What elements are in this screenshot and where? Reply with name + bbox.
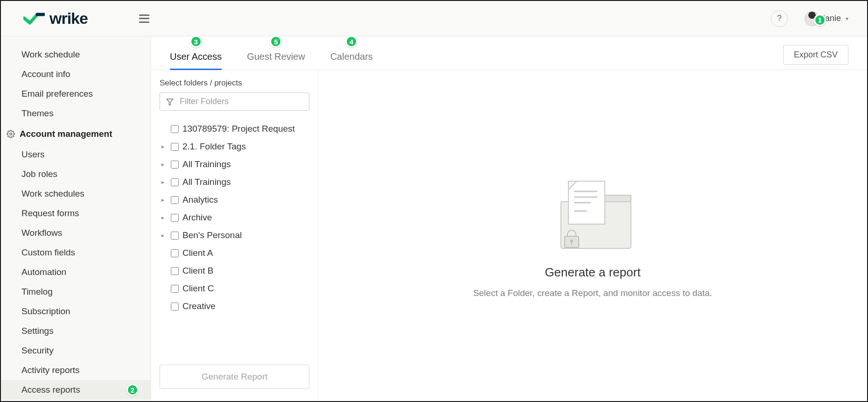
brand-name: wrike — [49, 9, 88, 28]
help-button[interactable]: ? — [771, 10, 788, 27]
tab[interactable]: 3User Access — [170, 46, 222, 70]
folder-label[interactable]: Client C — [182, 283, 214, 294]
tab[interactable]: 5Guest Review — [247, 46, 305, 70]
tabs-row: 3User Access5Guest Review4Calendars Expo… — [151, 36, 867, 70]
topbar: wrike ? 1 lanie ▾ — [1, 1, 867, 36]
sidebar-item-label: Settings — [21, 326, 54, 336]
folder-tree-row[interactable]: ▸All Trainings — [155, 173, 317, 191]
sidebar-item[interactable]: Access roles — [1, 400, 151, 401]
sidebar: Work scheduleAccount infoEmail preferenc… — [1, 36, 151, 401]
folder-checkbox[interactable] — [171, 196, 179, 204]
sidebar-item[interactable]: Subscription — [1, 302, 151, 321]
folder-tree-row[interactable]: ▸Client B — [155, 262, 317, 280]
folder-label[interactable]: 130789579: Project Request — [182, 124, 295, 134]
sidebar-item-label: Email preferences — [21, 89, 93, 99]
folder-label[interactable]: Creative — [182, 301, 216, 311]
sidebar-item[interactable]: Access reports2 — [1, 380, 151, 400]
brand-logo[interactable]: wrike — [23, 9, 88, 28]
sidebar-section-label: Account management — [20, 129, 112, 139]
folder-checkbox[interactable] — [171, 267, 179, 275]
sidebar-item[interactable]: Automation — [1, 262, 151, 282]
folder-tree-row[interactable]: ▸Ben's Personal — [155, 226, 317, 244]
empty-title: Generate a report — [545, 265, 640, 280]
folder-checkbox[interactable] — [171, 161, 179, 169]
sidebar-item[interactable]: Settings — [1, 321, 151, 341]
sidebar-item[interactable]: Account info — [1, 64, 151, 84]
sidebar-item-label: Users — [21, 149, 45, 160]
sidebar-item-label: Subscription — [21, 306, 70, 317]
filter-folders-input[interactable] — [180, 97, 303, 106]
folder-panel-heading: Select folders / projects — [151, 78, 318, 92]
folder-tree-row[interactable]: ▸Client A — [155, 244, 317, 262]
sidebar-item-label: Request forms — [21, 208, 79, 219]
folder-label[interactable]: Client B — [182, 266, 214, 276]
sidebar-item[interactable]: Activity reports — [1, 360, 151, 380]
sidebar-item[interactable]: Security — [1, 341, 151, 360]
folder-checkbox[interactable] — [171, 178, 179, 186]
hamburger-menu-icon[interactable] — [139, 14, 149, 23]
chevron-down-icon: ▾ — [846, 15, 848, 22]
sidebar-item[interactable]: Themes — [1, 104, 151, 123]
folder-label[interactable]: Archive — [182, 212, 212, 223]
sidebar-item[interactable]: Request forms — [1, 204, 151, 223]
export-csv-label: Export CSV — [794, 50, 838, 59]
folder-tree-row[interactable]: ▸Archive — [155, 209, 317, 226]
folder-label[interactable]: Client A — [182, 248, 213, 258]
folder-label[interactable]: Ben's Personal — [182, 230, 242, 240]
gear-icon — [7, 130, 15, 138]
expand-icon[interactable]: ▸ — [161, 143, 167, 150]
expand-icon[interactable]: ▸ — [161, 197, 167, 203]
export-csv-button[interactable]: Export CSV — [783, 45, 848, 65]
tab-badge: 3 — [190, 35, 202, 48]
user-menu[interactable]: 1 lanie ▾ — [805, 11, 848, 26]
folder-label[interactable]: 2.1. Folder Tags — [182, 141, 246, 152]
empty-state: Generate a report Select a Folder, creat… — [318, 70, 867, 401]
folder-tree-row[interactable]: ▸130789579: Project Request — [155, 120, 317, 138]
folder-checkbox[interactable] — [171, 303, 179, 310]
svg-point-0 — [10, 133, 12, 135]
expand-icon[interactable]: ▸ — [161, 161, 167, 168]
tab-label: User Access — [170, 51, 222, 62]
sidebar-item[interactable]: Work schedule — [1, 45, 151, 64]
wrike-logo-icon — [23, 13, 45, 25]
sidebar-item[interactable]: Users — [1, 145, 151, 164]
folder-tree-row[interactable]: ▸Analytics — [155, 191, 317, 209]
generate-report-button[interactable]: Generate Report — [160, 365, 309, 389]
tab-badge: 5 — [270, 35, 282, 48]
folder-tree[interactable]: ▸130789579: Project Request▸2.1. Folder … — [151, 120, 318, 356]
folder-label[interactable]: All Trainings — [182, 177, 231, 187]
sidebar-item[interactable]: Job roles — [1, 164, 151, 184]
sidebar-item-label: Activity reports — [21, 365, 80, 375]
folder-tree-row[interactable]: ▸Client C — [155, 280, 317, 297]
folder-label[interactable]: All Trainings — [182, 159, 231, 169]
sidebar-item[interactable]: Email preferences — [1, 84, 151, 104]
filter-box[interactable] — [160, 92, 309, 111]
sidebar-section-account-management: Account management — [1, 123, 151, 145]
tab-label: Calendars — [330, 51, 373, 62]
sidebar-item-label: Work schedules — [21, 189, 84, 199]
folder-checkbox[interactable] — [171, 285, 179, 293]
folder-tree-row[interactable]: ▸Creative — [155, 297, 317, 315]
help-icon: ? — [777, 14, 782, 23]
sidebar-item[interactable]: Timelog — [1, 282, 151, 302]
folder-label[interactable]: Analytics — [182, 195, 218, 205]
expand-icon[interactable]: ▸ — [161, 232, 167, 239]
sidebar-item[interactable]: Custom fields — [1, 243, 151, 262]
sidebar-item[interactable]: Work schedules — [1, 184, 151, 204]
folder-checkbox[interactable] — [171, 143, 179, 151]
folder-tree-row[interactable]: ▸All Trainings — [155, 155, 317, 173]
sidebar-item-label: Automation — [21, 267, 66, 277]
sidebar-item[interactable]: Workflows — [1, 223, 151, 243]
folder-checkbox[interactable] — [171, 214, 179, 222]
folder-tree-row[interactable]: ▸2.1. Folder Tags — [155, 138, 317, 155]
sidebar-item-label: Workflows — [21, 228, 62, 238]
expand-icon[interactable]: ▸ — [161, 179, 167, 185]
expand-icon[interactable]: ▸ — [161, 214, 167, 221]
folder-checkbox[interactable] — [171, 125, 179, 133]
sidebar-item-label: Work schedule — [21, 49, 80, 60]
generate-report-label: Generate Report — [202, 372, 268, 381]
svg-marker-1 — [167, 99, 173, 106]
folder-checkbox[interactable] — [171, 232, 179, 240]
tab[interactable]: 4Calendars — [330, 46, 373, 70]
folder-checkbox[interactable] — [171, 249, 179, 257]
